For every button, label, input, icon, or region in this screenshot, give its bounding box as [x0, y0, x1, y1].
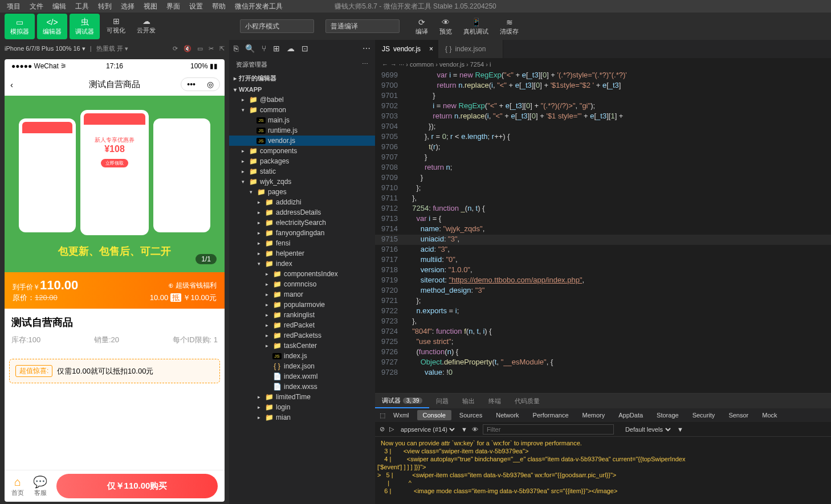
devtools-tab-调试器[interactable]: 调试器3, 39 [375, 394, 429, 408]
devtools-tab-输出[interactable]: 输出 [455, 394, 482, 408]
open-editors-section[interactable]: 打开的编辑器 [229, 72, 375, 84]
visual-button[interactable]: ⊞可视化 [102, 14, 130, 39]
subtab-Sensor[interactable]: Sensor [723, 410, 754, 420]
subtab-Security[interactable]: Security [687, 410, 721, 420]
breadcrumb[interactable]: ← → ··· › common › vendor.js › 7254 › i [375, 58, 831, 71]
menu-帮助[interactable]: 帮助 [207, 2, 230, 10]
tree-item-adddizhi[interactable]: ▸📁adddizhi [229, 197, 375, 207]
subtab-AppData[interactable]: AppData [613, 410, 649, 420]
tree-item-addressDetails[interactable]: ▸📁addressDetails [229, 207, 375, 218]
file-tree[interactable]: ▸📁@babel▾📁commonJSmain.jsJSruntime.jsJSv… [229, 95, 375, 504]
tree-item-redPacket[interactable]: ▸📁redPacket [229, 320, 375, 330]
phone-content[interactable]: 新人专享优惠券¥108立即领取 包更新、包售后、可二开 1/1 到手价￥110.… [5, 96, 225, 470]
tree-item-index[interactable]: ▾📁index [229, 259, 375, 269]
refresh-icon[interactable]: ⟳ [173, 45, 178, 52]
tree-item-mian[interactable]: ▸📁mian [229, 412, 375, 423]
tree-item-packages[interactable]: ▸📁packages [229, 156, 375, 166]
files-icon[interactable]: ⎘ [234, 44, 238, 53]
tree-item-main.js[interactable]: JSmain.js [229, 115, 375, 125]
tree-item-fanyongdingdan[interactable]: ▸📁fanyongdingdan [229, 228, 375, 238]
simulator-button[interactable]: ▭模拟器 [5, 14, 35, 39]
devtools-tab-问题[interactable]: 问题 [429, 394, 455, 408]
nav-right-icon[interactable]: → [390, 61, 397, 68]
root-section[interactable]: WXAPP [229, 84, 375, 95]
branch-icon[interactable]: ⑂ [262, 44, 266, 53]
tree-item-runtime.js[interactable]: JSruntime.js [229, 125, 375, 136]
subtab-Console[interactable]: Console [417, 410, 451, 420]
tree-item-common[interactable]: ▾📁common [229, 105, 375, 115]
menu-编辑[interactable]: 编辑 [48, 2, 71, 10]
mode-select[interactable]: 小程序模式 [240, 19, 314, 33]
menu-转到[interactable]: 转到 [93, 2, 116, 10]
levels-select[interactable]: Default levels [623, 425, 673, 433]
device-icon[interactable]: ▭ [197, 45, 203, 52]
back-icon[interactable]: ‹ [10, 80, 13, 89]
subtab-Performance[interactable]: Performance [527, 410, 575, 420]
subtab-Wxml[interactable]: Wxml [388, 410, 415, 420]
devtools-tab-终端[interactable]: 终端 [482, 394, 508, 408]
tree-item-index.js[interactable]: JSindex.js [229, 351, 375, 361]
close-tab-icon[interactable]: × [429, 45, 433, 53]
eye-icon[interactable]: 👁 [472, 426, 478, 433]
detach-icon[interactable]: ⇱ [219, 45, 225, 52]
compile-select[interactable]: 普通编译 [325, 19, 400, 33]
context-select[interactable]: appservice (#14) [398, 425, 457, 433]
compile-button[interactable]: ⟳编译 [411, 15, 433, 38]
debugger-button[interactable]: 虫调试器 [70, 14, 100, 39]
devtools-tab-代码质量[interactable]: 代码质量 [508, 394, 547, 408]
tree-item-helpenter[interactable]: ▸📁helpenter [229, 248, 375, 259]
tree-item-login[interactable]: ▸📁login [229, 402, 375, 412]
tree-item-limitedTime[interactable]: ▸📁limitedTime [229, 392, 375, 402]
tree-item-index.wxss[interactable]: 📄index.wxss [229, 382, 375, 392]
nav-left-icon[interactable]: ← [382, 61, 388, 68]
buy-button[interactable]: 仅￥110.00购买 [56, 474, 218, 498]
menu-微信开发者工具[interactable]: 微信开发者工具 [230, 2, 287, 10]
tree-item-redPacketss[interactable]: ▸📁redPacketss [229, 330, 375, 341]
menu-icon[interactable]: ••• [181, 78, 201, 91]
subtab-Mock[interactable]: Mock [756, 410, 783, 420]
chevron-down-icon[interactable]: ▼ [461, 426, 467, 433]
subtab-Storage[interactable]: Storage [651, 410, 685, 420]
cloud-icon[interactable]: ☁ [287, 44, 295, 53]
box-icon[interactable]: ⊞ [273, 44, 280, 53]
coupon-box[interactable]: 超值惊喜: 仅需10.00就可以抵扣10.00元 [9, 359, 220, 383]
subtab-Memory[interactable]: Memory [577, 410, 611, 420]
editor-button[interactable]: </>编辑器 [37, 14, 67, 39]
tree-item-conmnciso[interactable]: ▸📁conmnciso [229, 279, 375, 289]
cut-icon[interactable]: ✂ [209, 45, 214, 52]
cloud-button[interactable]: ☁云开发 [132, 14, 160, 39]
explorer-menu-icon[interactable]: ⋯ [362, 60, 368, 69]
phone-simulator[interactable]: ●●●●● WeChat ⚞ 17:16 100% ▮▮ ‹ 测试自营商品 ••… [5, 59, 225, 502]
device-selector[interactable]: iPhone 6/7/8 Plus 100% 16 ▾ [5, 45, 85, 52]
clear-cache-button[interactable]: ≋清缓存 [495, 15, 523, 38]
stop-icon[interactable]: ⊘ [380, 425, 385, 433]
tree-item-wjyk_zqds[interactable]: ▾📁wjyk_zqds [229, 177, 375, 187]
menu-选择[interactable]: 选择 [116, 2, 139, 10]
tree-item-components[interactable]: ▸📁components [229, 146, 375, 156]
menu-设置[interactable]: 设置 [185, 2, 207, 10]
search-icon[interactable]: 🔍 [245, 44, 255, 53]
tree-item-static[interactable]: ▸📁static [229, 166, 375, 177]
menu-项目[interactable]: 项目 [2, 2, 25, 10]
tree-item-fensi[interactable]: ▸📁fensi [229, 238, 375, 248]
subtab-Sources[interactable]: Sources [454, 410, 488, 420]
tree-item-@babel[interactable]: ▸📁@babel [229, 95, 375, 105]
code-editor[interactable]: 9699 var i = new RegExp("<" + e[_t3][0] … [375, 71, 831, 393]
hot-reload-toggle[interactable]: 热重载 开 ▾ [96, 44, 128, 53]
real-debug-button[interactable]: 📱真机调试 [459, 15, 493, 38]
tree-item-index.wxml[interactable]: 📄index.wxml [229, 371, 375, 382]
clear-icon[interactable]: ▷ [389, 425, 394, 433]
tree-item-pages[interactable]: ▾📁pages [229, 187, 375, 197]
tab-index.json[interactable]: { }index.json [438, 40, 503, 58]
mute-icon[interactable]: 🔇 [184, 45, 192, 52]
console-output[interactable]: Now you can provide attr `wx:key` for a … [375, 437, 831, 504]
menu-视图[interactable]: 视图 [139, 2, 162, 10]
menu-文件[interactable]: 文件 [25, 2, 48, 10]
ext-icon[interactable]: ⊡ [302, 44, 308, 53]
tree-item-vendor.js[interactable]: JSvendor.js [229, 136, 375, 146]
inspect-icon[interactable]: ⬚ [380, 412, 385, 419]
tree-item-index.json[interactable]: { }index.json [229, 361, 375, 371]
close-capsule-icon[interactable]: ◎ [201, 78, 219, 91]
console-filter-input[interactable] [483, 424, 614, 435]
tree-item-popularmovie[interactable]: ▸📁popularmovie [229, 300, 375, 310]
